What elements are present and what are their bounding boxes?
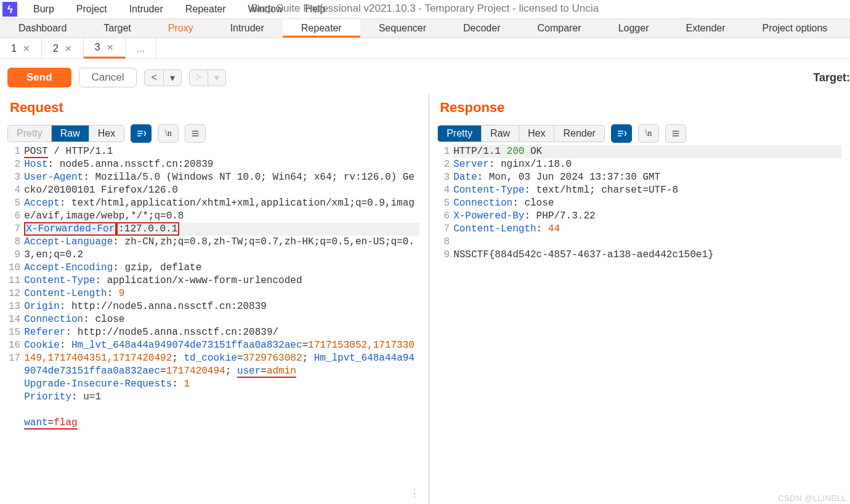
history-forward-dropdown[interactable]: ▾ (208, 70, 226, 86)
repeater-tab-3[interactable]: 3✕ (84, 38, 126, 58)
view-hex[interactable]: Hex (89, 126, 124, 142)
tool-tab-logger[interactable]: Logger (600, 19, 668, 38)
request-newline-icon[interactable]: \n (158, 124, 179, 143)
cancel-button[interactable]: Cancel (79, 68, 137, 87)
response-view-segment: PrettyRawHexRender (437, 125, 605, 142)
repeater-tabs: 1✕2✕3✕... (0, 38, 850, 59)
response-hamburger-icon[interactable] (665, 124, 686, 143)
view-hex[interactable]: Hex (519, 126, 554, 142)
tool-tab-intruder[interactable]: Intruder (212, 19, 283, 38)
burp-logo: ϟ (2, 2, 17, 17)
view-pretty[interactable]: Pretty (438, 126, 482, 142)
view-raw[interactable]: Raw (482, 126, 519, 142)
close-icon[interactable]: ✕ (23, 44, 30, 54)
request-pane: Request PrettyRawHex \n 1234567891011121… (0, 94, 430, 504)
view-pretty[interactable]: Pretty (8, 126, 52, 142)
close-icon[interactable]: ✕ (107, 42, 114, 52)
history-forward-group: > ▾ (189, 70, 226, 86)
history-back-button[interactable]: < (144, 70, 163, 86)
action-row: Send Cancel < ▾ > ▾ Target: (0, 59, 850, 94)
request-code[interactable]: POST / HTTP/1.1Host: node5.anna.nssctf.c… (24, 145, 426, 504)
menu-repeater[interactable]: Repeater (174, 1, 237, 17)
repeater-tab-2[interactable]: 2✕ (42, 38, 84, 58)
view-render[interactable]: Render (554, 126, 604, 142)
response-gutter: 123456789 (437, 145, 453, 504)
response-code[interactable]: HTTP/1.1 200 OKServer: nginx/1.18.0Date:… (453, 145, 848, 504)
history-back-group: < ▾ (144, 70, 181, 86)
request-view-segment: PrettyRawHex (7, 125, 124, 142)
send-button[interactable]: Send (7, 68, 71, 87)
editor-panes: Request PrettyRawHex \n 1234567891011121… (0, 94, 850, 504)
tool-tab-sequencer[interactable]: Sequencer (360, 19, 445, 38)
tool-tab-dashboard[interactable]: Dashboard (0, 19, 85, 38)
tool-tab-comparer[interactable]: Comparer (519, 19, 600, 38)
history-back-dropdown[interactable]: ▾ (164, 70, 182, 86)
response-view-row: PrettyRawHexRender \n (437, 124, 848, 143)
tool-tab-target[interactable]: Target (85, 19, 149, 38)
tools-tabs: DashboardTargetProxyIntruderRepeaterSequ… (0, 18, 850, 38)
response-newline-icon[interactable]: \n (638, 124, 659, 143)
request-kebab-icon[interactable]: ⋮ (409, 487, 421, 500)
request-hamburger-icon[interactable] (185, 124, 206, 143)
tool-tab-repeater[interactable]: Repeater (283, 19, 360, 38)
request-editor[interactable]: 1234567891011121314151617 POST / HTTP/1.… (7, 145, 426, 504)
tool-tab-decoder[interactable]: Decoder (445, 19, 519, 38)
menu-project[interactable]: Project (65, 1, 118, 17)
target-label: Target: (813, 71, 850, 84)
tool-tab-extender[interactable]: Extender (667, 19, 743, 38)
request-view-row: PrettyRawHex \n (7, 124, 426, 143)
watermark: CSDN @LLINELL (778, 494, 846, 503)
repeater-tab-1[interactable]: 1✕ (0, 38, 42, 58)
request-title: Request (7, 94, 426, 124)
view-raw[interactable]: Raw (52, 126, 89, 142)
tool-tab-project-options[interactable]: Project options (744, 19, 846, 38)
response-editor[interactable]: 123456789 HTTP/1.1 200 OKServer: nginx/1… (437, 145, 848, 504)
repeater-tab-...[interactable]: ... (126, 38, 156, 58)
close-icon[interactable]: ✕ (65, 44, 72, 54)
response-title: Response (437, 94, 848, 124)
history-forward-button[interactable]: > (189, 70, 208, 86)
response-actions-icon[interactable] (611, 124, 632, 143)
response-pane: Response PrettyRawHexRender \n 123456789… (430, 94, 850, 504)
menu-burp[interactable]: Burp (22, 1, 65, 17)
request-gutter: 1234567891011121314151617 (7, 145, 24, 504)
request-actions-icon[interactable] (131, 124, 152, 143)
window-title: Burp Suite Professional v2021.10.3 - Tem… (251, 2, 599, 15)
tool-tab-proxy[interactable]: Proxy (150, 19, 212, 38)
menubar: ϟ BurpProjectIntruderRepeaterWindowHelp … (0, 0, 850, 18)
menu-intruder[interactable]: Intruder (118, 1, 174, 17)
